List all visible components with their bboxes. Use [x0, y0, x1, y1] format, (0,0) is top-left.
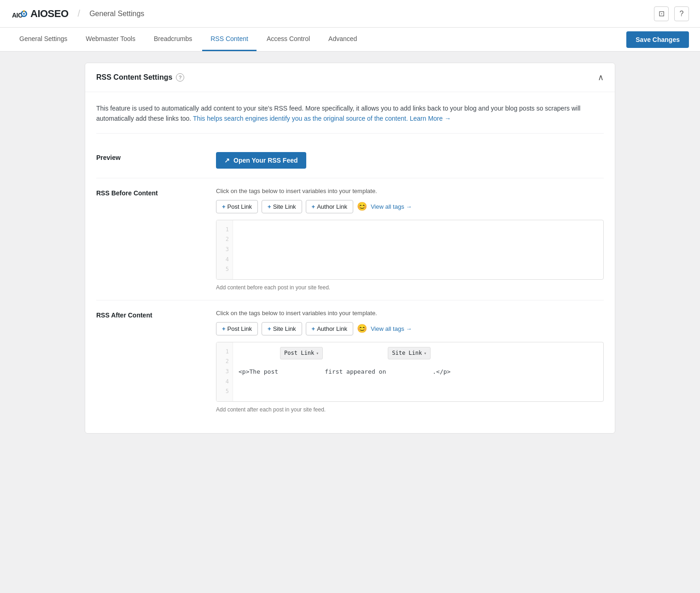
- before-author-link-tag[interactable]: + Author Link: [306, 200, 353, 213]
- chevron-down-icon-2: ▾: [424, 349, 426, 358]
- after-content-prefix: <p>The post: [239, 366, 278, 377]
- after-site-link-inline-tag[interactable]: Site Link ▾: [388, 347, 431, 360]
- before-author-link-label: Author Link: [317, 203, 347, 210]
- after-view-all-tags-link[interactable]: View all tags →: [371, 325, 412, 332]
- after-author-link-label: Author Link: [317, 325, 347, 332]
- main-content: RSS Content Settings ? ∧ This feature is…: [74, 52, 626, 456]
- open-rss-feed-button[interactable]: ↗ Open Your RSS Feed: [216, 152, 306, 169]
- before-helper-text: Add content before each post in your sit…: [216, 284, 604, 291]
- rss-before-control: Click on the tags below to insert variab…: [216, 188, 604, 291]
- rss-after-control: Click on the tags below to insert variab…: [216, 310, 604, 413]
- topbar-divider: /: [78, 8, 81, 19]
- svg-point-4: [23, 13, 25, 15]
- after-line-2: 2: [220, 357, 229, 367]
- after-post-link-tag[interactable]: + Post Link: [216, 322, 258, 335]
- external-link-icon: ↗: [224, 157, 230, 164]
- before-site-link-label: Site Link: [273, 203, 296, 210]
- card-title: RSS Content Settings ?: [96, 73, 184, 82]
- topbar-icons: ⊡ ?: [654, 6, 689, 21]
- card-help-icon[interactable]: ?: [176, 73, 184, 82]
- before-site-link-tag[interactable]: + Site Link: [262, 200, 302, 213]
- emoji-picker-icon[interactable]: 😊: [357, 201, 367, 211]
- after-plus-icon-3: +: [312, 325, 315, 332]
- after-post-link-tag-label: Post Link: [284, 348, 314, 358]
- section-divider: [96, 133, 604, 134]
- after-emoji-picker-icon[interactable]: 😊: [357, 323, 367, 334]
- card-title-text: RSS Content Settings: [96, 73, 172, 82]
- line-4: 4: [220, 255, 229, 265]
- learn-more-link[interactable]: Learn More →: [410, 115, 451, 122]
- tab-advanced[interactable]: Advanced: [320, 28, 365, 51]
- tab-webmaster-tools[interactable]: Webmaster Tools: [77, 28, 144, 51]
- collapse-icon[interactable]: ∧: [598, 72, 604, 82]
- description-highlight: This helps search engines identify you a…: [193, 115, 408, 122]
- after-site-link-tag-label: Site Link: [392, 348, 422, 358]
- after-line-3: 3: [220, 367, 229, 377]
- after-line-1: 1: [220, 347, 229, 357]
- help-icon-btn[interactable]: ?: [674, 6, 689, 21]
- after-line-5: 5: [220, 387, 229, 397]
- tab-breadcrumbs[interactable]: Breadcrumbs: [146, 28, 200, 51]
- preview-label: Preview: [96, 152, 198, 161]
- topbar: AIO AIOSEO / General Settings ⊡ ?: [0, 0, 700, 28]
- monitor-icon-btn[interactable]: ⊡: [654, 6, 669, 21]
- before-content-editor[interactable]: 1 2 3 4 5: [216, 220, 604, 280]
- aioseo-logo-icon: AIO: [11, 6, 28, 22]
- logo-text: AIOSEO: [30, 8, 69, 20]
- card-body: This feature is used to automatically ad…: [85, 92, 615, 433]
- before-post-link-label: Post Link: [228, 203, 252, 210]
- after-post-link-label: Post Link: [228, 325, 252, 332]
- save-changes-button[interactable]: Save Changes: [626, 31, 689, 48]
- after-site-link-tag[interactable]: + Site Link: [262, 322, 302, 335]
- before-content-input[interactable]: [233, 220, 603, 279]
- line-5: 5: [220, 264, 229, 275]
- open-feed-label: Open Your RSS Feed: [233, 157, 298, 164]
- after-helper-text: Add content after each post in your site…: [216, 406, 604, 413]
- after-tag-instruction: Click on the tags below to insert variab…: [216, 310, 604, 317]
- line-1: 1: [220, 225, 229, 235]
- line-2: 2: [220, 235, 229, 245]
- before-view-all-tags-link[interactable]: View all tags →: [371, 203, 412, 210]
- preview-row: Preview ↗ Open Your RSS Feed: [96, 143, 604, 178]
- line-3: 3: [220, 245, 229, 255]
- after-line-numbers: 1 2 3 4 5: [216, 342, 233, 401]
- card-header: RSS Content Settings ? ∧: [85, 63, 615, 92]
- description-text: This feature is used to automatically ad…: [96, 103, 604, 124]
- after-plus-icon-2: +: [268, 325, 271, 332]
- before-tags-row: + Post Link + Site Link + Author Link 😊: [216, 200, 604, 213]
- before-line-numbers: 1 2 3 4 5: [216, 220, 233, 279]
- tab-rss-content[interactable]: RSS Content: [202, 28, 257, 51]
- rss-before-row: RSS Before Content Click on the tags bel…: [96, 178, 604, 300]
- before-post-link-tag[interactable]: + Post Link: [216, 200, 258, 213]
- after-line-4: 4: [220, 377, 229, 387]
- question-icon: ?: [680, 10, 684, 18]
- after-content-middle: first appeared on: [325, 366, 386, 377]
- preview-control: ↗ Open Your RSS Feed: [216, 152, 604, 169]
- after-post-link-inline-tag[interactable]: Post Link ▾: [280, 347, 323, 360]
- after-content-editor[interactable]: 1 2 3 4 5 <p>The post Post Link ▾: [216, 342, 604, 402]
- after-plus-icon: +: [222, 325, 226, 332]
- tab-general-settings[interactable]: General Settings: [11, 28, 76, 51]
- after-author-link-tag[interactable]: + Author Link: [306, 322, 353, 335]
- chevron-down-icon: ▾: [316, 349, 319, 358]
- plus-icon: +: [222, 203, 226, 210]
- logo: AIO AIOSEO: [11, 6, 69, 22]
- topbar-page-title: General Settings: [89, 10, 144, 18]
- svg-point-5: [23, 10, 25, 12]
- rss-after-label: RSS After Content: [96, 310, 198, 319]
- monitor-icon: ⊡: [659, 9, 665, 18]
- rss-before-label: RSS Before Content: [96, 188, 198, 197]
- rss-after-row: RSS After Content Click on the tags belo…: [96, 300, 604, 422]
- plus-icon-3: +: [312, 203, 315, 210]
- after-tags-row: + Post Link + Site Link + Author Link 😊: [216, 322, 604, 335]
- before-tag-instruction: Click on the tags below to insert variab…: [216, 188, 604, 194]
- plus-icon-2: +: [268, 203, 271, 210]
- rss-content-card: RSS Content Settings ? ∧ This feature is…: [85, 63, 615, 434]
- tab-access-control[interactable]: Access Control: [258, 28, 318, 51]
- nav-bar: General Settings Webmaster Tools Breadcr…: [0, 28, 700, 52]
- after-content-suffix: .</p>: [432, 366, 450, 377]
- after-content-input[interactable]: <p>The post Post Link ▾ first appeared o…: [233, 342, 603, 401]
- after-site-link-label: Site Link: [273, 325, 296, 332]
